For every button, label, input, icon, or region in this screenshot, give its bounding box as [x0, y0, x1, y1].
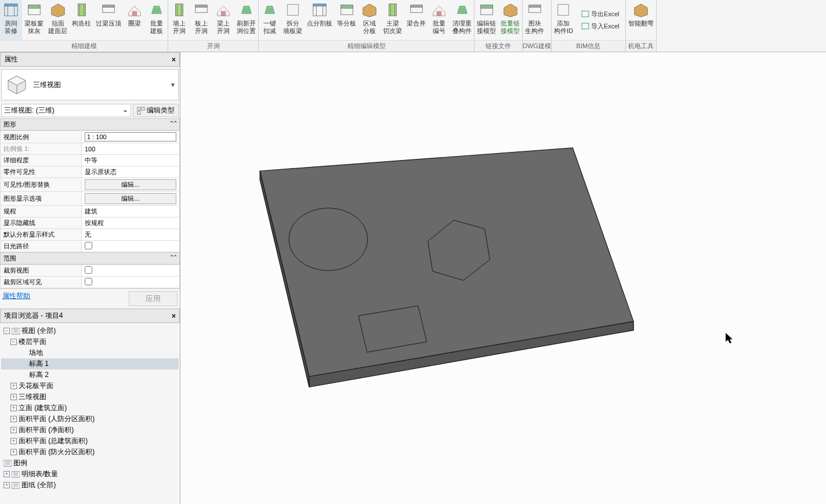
- ribbon-group-label: 机电工具: [626, 40, 656, 52]
- batch-link-model-button[interactable]: 批量链接模型: [498, 0, 522, 40]
- main-layout: 属性 × 三维视图 ▾ 三维视图: (三维) ⌄ 编辑类型 图形 ⌃⌃: [0, 52, 826, 504]
- crop-view-checkbox[interactable]: [85, 266, 92, 274]
- equal-split-button[interactable]: 等分板: [335, 0, 358, 40]
- tree-item[interactable]: 标高 1: [1, 358, 179, 369]
- browser-close-icon[interactable]: ×: [172, 312, 176, 320]
- beam-open-button[interactable]: 梁上开洞: [212, 0, 234, 40]
- point-split-icon: [311, 1, 328, 19]
- room-decor-button[interactable]: 房间装修: [0, 0, 22, 40]
- tree-toggle-icon[interactable]: +: [3, 471, 10, 477]
- tree-item[interactable]: +图纸 (全部): [1, 480, 179, 491]
- section-extent[interactable]: 范围 ⌃⌃: [0, 252, 180, 264]
- main-beam-secondary-icon: [384, 1, 401, 19]
- main-beam-secondary-button[interactable]: 主梁切次梁: [381, 0, 404, 40]
- sun-path-checkbox[interactable]: [85, 242, 92, 249]
- svg-rect-13: [132, 12, 136, 16]
- tree-item[interactable]: 场地: [1, 347, 179, 358]
- tree-item[interactable]: 标高 2: [1, 369, 179, 380]
- smart-bend-button[interactable]: 智能翻弯: [626, 0, 656, 40]
- edit-link-model-button[interactable]: 编辑链接模型: [474, 0, 498, 40]
- edit-link-model-label: 编辑链接模型: [477, 20, 496, 35]
- tree-item[interactable]: +明细表/数量: [1, 469, 179, 480]
- collapse-icon: ⌃⌃: [169, 254, 176, 263]
- tree-toggle-icon[interactable]: +: [10, 427, 17, 433]
- tree-toggle-icon[interactable]: +: [10, 394, 17, 400]
- tree-item-label: 面积平面 (人防分区面积): [19, 414, 95, 424]
- svg-rect-59: [137, 107, 140, 110]
- smart-bend-icon: [632, 1, 650, 19]
- tree-item[interactable]: +面积平面 (总建筑面积): [1, 436, 179, 447]
- view-scale-input[interactable]: [85, 132, 176, 142]
- batch-number-button[interactable]: 批量编号: [428, 0, 450, 40]
- struct-column-button[interactable]: 构造柱: [70, 0, 93, 40]
- beam-slab-window-button[interactable]: 梁板窗抹灰: [22, 0, 46, 40]
- split-wall-beam-icon: [284, 1, 302, 19]
- tree-item[interactable]: +面积平面 (净面积): [1, 425, 179, 436]
- import-excel-button[interactable]: 导入Excel: [579, 20, 622, 32]
- svg-rect-23: [221, 12, 225, 16]
- block-gen-button[interactable]: 图块生构件: [523, 0, 546, 40]
- svg-rect-11: [103, 5, 115, 8]
- discipline-cell[interactable]: 建筑: [82, 206, 180, 217]
- point-split-button[interactable]: 点分割板: [305, 0, 335, 40]
- display-options-button[interactable]: 编辑...: [85, 193, 176, 204]
- beam-open-icon: [215, 1, 232, 19]
- view-selector-dropdown[interactable]: 三维视图: (三维) ⌄: [1, 104, 131, 117]
- lift-surface-button[interactable]: 抬面建面层: [46, 0, 70, 40]
- tree-item[interactable]: +面积平面 (防火分区面积): [1, 447, 179, 458]
- svg-rect-0: [5, 6, 17, 16]
- default-analysis-cell[interactable]: 无: [82, 229, 180, 241]
- part-vis-cell[interactable]: 显示原状态: [82, 166, 180, 178]
- equal-split-icon: [338, 1, 356, 19]
- tree-item[interactable]: +面积平面 (人防分区面积): [1, 414, 179, 425]
- tree-item[interactable]: +立面 (建筑立面): [1, 403, 179, 414]
- tree-item[interactable]: +天花板平面: [1, 380, 179, 391]
- beam-merge-button[interactable]: 梁合并: [404, 0, 428, 40]
- crop-visible-checkbox[interactable]: [85, 278, 92, 285]
- export-excel-button[interactable]: 导出Excel: [579, 8, 622, 20]
- tree-item-label: 明细表/数量: [21, 469, 58, 479]
- add-component-id-button[interactable]: 添加构件ID: [552, 0, 575, 40]
- svg-rect-38: [389, 4, 396, 16]
- one-click-deduct-button[interactable]: 一键扣减: [259, 0, 281, 40]
- section-graphics[interactable]: 图形 ⌃⌃: [0, 118, 180, 130]
- svg-rect-52: [528, 5, 541, 8]
- clean-dup-button[interactable]: 清理重叠构件: [450, 0, 474, 40]
- edit-type-button[interactable]: 编辑类型: [133, 104, 179, 117]
- batch-slab-button[interactable]: 批量建板: [146, 0, 168, 40]
- tree-toggle-icon[interactable]: +: [10, 438, 17, 444]
- tree-toggle-icon[interactable]: +: [3, 482, 10, 488]
- properties-help-link[interactable]: 属性帮助: [2, 291, 30, 306]
- ring-beam-label: 圈梁: [128, 20, 141, 27]
- tree-toggle-icon[interactable]: −: [3, 328, 10, 334]
- refresh-pos-button[interactable]: 刷新开洞位置: [234, 0, 258, 40]
- wall-open-button[interactable]: 墙上开洞: [168, 0, 190, 40]
- refresh-pos-label: 刷新开洞位置: [237, 20, 256, 35]
- tree-toggle-icon[interactable]: +: [10, 383, 17, 389]
- slab-open-button[interactable]: 板上开洞: [190, 0, 212, 40]
- tree-item[interactable]: −视图 (全部): [1, 325, 179, 336]
- tree-item[interactable]: 图例: [1, 458, 179, 469]
- tree-toggle-icon[interactable]: +: [10, 449, 17, 455]
- lintel-pressure-label: 过梁压顶: [96, 20, 121, 27]
- tree-toggle-icon[interactable]: +: [10, 416, 17, 422]
- tree-item[interactable]: −楼层平面: [1, 336, 179, 347]
- properties-close-icon[interactable]: ×: [172, 56, 176, 64]
- apply-button[interactable]: 应用: [129, 291, 177, 306]
- tree-toggle-icon[interactable]: −: [10, 339, 17, 345]
- properties-footer: 属性帮助 应用: [0, 288, 180, 309]
- region-split-button[interactable]: 区域分板: [358, 0, 381, 40]
- show-hidden-cell[interactable]: 按规程: [82, 217, 180, 229]
- ribbon-group-label: BIM信息: [552, 40, 625, 52]
- type-selector[interactable]: 三维视图 ▾: [1, 69, 179, 100]
- lintel-pressure-button[interactable]: 过梁压顶: [93, 0, 124, 40]
- tree-toggle-icon[interactable]: +: [10, 405, 17, 411]
- ring-beam-button[interactable]: 圈梁: [124, 0, 146, 40]
- vis-override-button[interactable]: 编辑...: [85, 179, 176, 190]
- detail-level-cell[interactable]: 中等: [82, 155, 180, 166]
- svg-rect-41: [410, 7, 422, 12]
- split-wall-beam-button[interactable]: 拆分墙板梁: [281, 0, 305, 40]
- viewport-3d[interactable]: [180, 52, 826, 504]
- batch-slab-label: 批量建板: [150, 20, 163, 35]
- tree-item[interactable]: +三维视图: [1, 391, 179, 403]
